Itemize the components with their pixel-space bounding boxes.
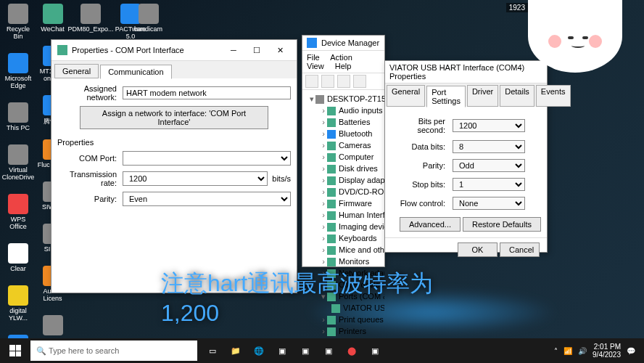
node-printers[interactable]: ›Printers: [305, 325, 381, 337]
clear[interactable]: Clear: [4, 243, 33, 272]
this-pc[interactable]: This PC: [4, 102, 33, 131]
menu-help[interactable]: Help: [335, 62, 352, 70]
notifications-icon[interactable]: 💬: [627, 347, 635, 355]
node-display[interactable]: ›Display adapters: [305, 174, 381, 186]
node-mice[interactable]: ›Mice and other pointin: [305, 244, 381, 256]
menu-view[interactable]: View: [307, 62, 324, 70]
record-icon[interactable]: ⬤: [341, 340, 363, 362]
flow-label: Flow control:: [391, 199, 453, 208]
stop-bits-select[interactable]: 1: [453, 178, 525, 191]
node-monitors[interactable]: ›Monitors: [305, 256, 381, 267]
toolbar: [302, 73, 384, 90]
flow-select[interactable]: None: [453, 197, 525, 210]
app-icon[interactable]: ▣: [271, 340, 293, 362]
menu-file[interactable]: File: [307, 53, 320, 62]
minimize-button[interactable]: ─: [223, 43, 244, 57]
clock-time: 2:01 PM: [593, 343, 621, 351]
stop-bits-label: Stop bits:: [391, 180, 453, 189]
cancel-button[interactable]: Cancel: [500, 242, 540, 257]
node-computer[interactable]: ›Computer: [305, 151, 381, 163]
bps-select[interactable]: 1200: [453, 119, 525, 132]
assigned-label: Assigned network:: [57, 84, 123, 102]
tree-root[interactable]: ▾DESKTOP-2T15N2J: [305, 93, 381, 105]
back-button[interactable]: [305, 75, 318, 88]
data-bits-select[interactable]: 8: [453, 140, 525, 153]
forward-button[interactable]: [321, 75, 334, 88]
window-title: Properties - COM Port Interface: [72, 46, 223, 54]
tab-general[interactable]: General: [54, 64, 99, 78]
maximize-button[interactable]: ☐: [246, 43, 268, 57]
desktop-icons-col3: PDM80_Expo...: [73, 4, 109, 33]
devmgr-icon: [307, 38, 317, 48]
titlebar-devmgr[interactable]: Device Manager: [302, 36, 384, 51]
ok-button[interactable]: OK: [458, 242, 498, 257]
assigned-network-input[interactable]: [123, 86, 291, 99]
app-icon-3[interactable]: ▣: [318, 340, 339, 362]
wps-office[interactable]: WPS Office: [4, 194, 33, 230]
com-port-select[interactable]: [123, 151, 291, 166]
digital-ylw[interactable]: digital YLW...: [4, 285, 33, 322]
port-title: VIATOR USB HART Interface (COM4) Propert…: [385, 61, 547, 83]
volume-icon[interactable]: 🔊: [578, 347, 587, 355]
explorer-icon[interactable]: 📁: [225, 340, 247, 362]
properties-label: Properties: [57, 138, 291, 147]
app-icon-2[interactable]: ▣: [294, 340, 316, 362]
data-bits-label: Data bits:: [391, 142, 453, 151]
props-button[interactable]: [353, 75, 366, 88]
clock-date: 9/4/2023: [593, 351, 621, 359]
desktop-icons-col1: Recycle Bin Microsoft Edge This PC Virtu…: [4, 4, 33, 363]
titlebar-properties[interactable]: Properties - COM Port Interface ─ ☐ ✕: [51, 40, 297, 61]
tray-chevron-icon[interactable]: ˄: [554, 347, 558, 355]
virtual-clonedrive[interactable]: Virtual CloneDrive: [4, 144, 33, 181]
bandicam[interactable]: bandicam: [134, 4, 162, 33]
start-button[interactable]: [3, 340, 28, 362]
recycle-bin[interactable]: Recycle Bin: [4, 4, 33, 40]
close-button[interactable]: ✕: [269, 43, 291, 57]
node-keyboards[interactable]: ›Keyboards: [305, 232, 381, 244]
menubar: File Action View Help: [302, 51, 384, 73]
wechat[interactable]: WeChat: [36, 4, 69, 33]
app-icon-4[interactable]: ▣: [364, 340, 386, 362]
bps-label: Bits per second:: [391, 117, 453, 134]
node-imaging[interactable]: ›Imaging devices: [305, 221, 381, 232]
node-cameras[interactable]: ›Cameras: [305, 139, 381, 151]
rate-unit: bits/s: [272, 174, 291, 183]
tab-port-settings[interactable]: Port Settings: [426, 86, 466, 107]
menu-action[interactable]: Action: [330, 53, 352, 62]
wifi-icon[interactable]: 📶: [564, 347, 572, 355]
tab-communication[interactable]: Communication: [100, 65, 171, 79]
node-hid[interactable]: ›Human Interface Device: [305, 209, 381, 221]
devmgr-title: Device Manager: [321, 38, 380, 47]
node-dvd[interactable]: ›DVD/CD-ROM drives: [305, 186, 381, 197]
edge-icon[interactable]: 🌐: [248, 340, 270, 362]
task-view-icon[interactable]: ▭: [202, 340, 223, 362]
tab-driver[interactable]: Driver: [467, 85, 498, 107]
rate-select[interactable]: 1200: [123, 171, 268, 186]
refresh-button[interactable]: [337, 75, 350, 88]
advanced-button[interactable]: Advanced...: [400, 217, 461, 232]
rec-time: 1923: [506, 3, 528, 12]
node-firmware[interactable]: ›Firmware: [305, 197, 381, 209]
port-properties-window: VIATOR USB HART Interface (COM4) Propert…: [384, 60, 548, 253]
edge[interactable]: Microsoft Edge: [4, 53, 33, 89]
node-batteries[interactable]: ›Batteries: [305, 116, 381, 128]
properties-window: Properties - COM Port Interface ─ ☐ ✕ Ge…: [51, 39, 297, 293]
restore-defaults-button[interactable]: Restore Defaults: [463, 217, 541, 232]
device-manager-window: Device Manager File Action View Help ▾DE…: [302, 35, 385, 267]
tab-general[interactable]: General: [387, 85, 425, 107]
avatar-overlay: [528, 0, 622, 73]
pdm80[interactable]: PDM80_Expo...: [73, 4, 109, 33]
tabs: General Communication: [51, 61, 297, 78]
node-bluetooth[interactable]: ›Bluetooth: [305, 128, 381, 139]
parity-label: Parity:: [57, 195, 123, 203]
node-disk[interactable]: ›Disk drives: [305, 163, 381, 174]
parity-select[interactable]: Odd: [453, 159, 525, 172]
node-audio[interactable]: ›Audio inputs and outpu: [305, 105, 381, 116]
tab-events[interactable]: Events: [536, 85, 571, 107]
assign-network-button[interactable]: Assign a network to interface: 'COM Port…: [80, 106, 268, 129]
search-box[interactable]: 🔍 Type here to search: [30, 340, 197, 361]
system-tray[interactable]: ˄ 📶 🔊 2:01 PM 9/4/2023 💬: [554, 343, 641, 359]
parity-select[interactable]: Even: [123, 192, 291, 206]
tab-details[interactable]: Details: [500, 85, 534, 107]
rate-label: Transmission rate:: [57, 170, 123, 187]
